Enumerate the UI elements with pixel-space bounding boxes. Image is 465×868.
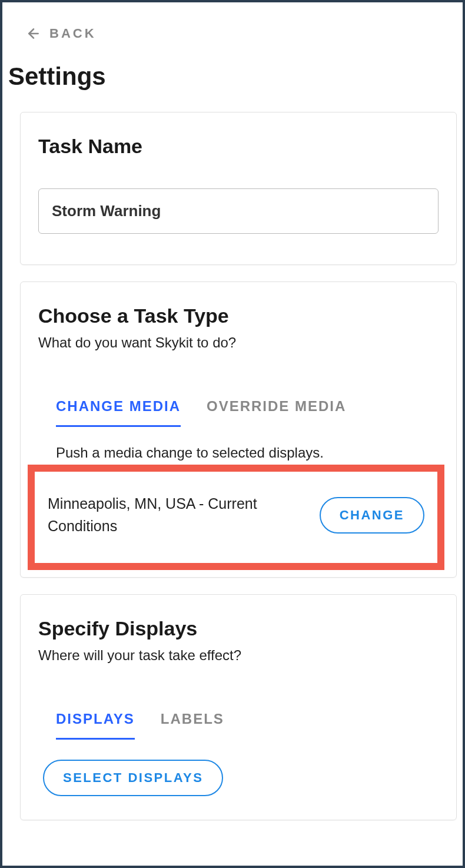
- selected-media-label: Minneapolis, MN, USA - Current Condition…: [48, 493, 308, 537]
- task-type-tabs: CHANGE MEDIA OVERRIDE MEDIA: [38, 398, 439, 427]
- tab-displays[interactable]: DISPLAYS: [56, 711, 135, 740]
- page-title: Settings: [2, 62, 463, 112]
- tab-override-media[interactable]: OVERRIDE MEDIA: [207, 398, 346, 427]
- task-type-card: Choose a Task Type What do you want Skyk…: [20, 281, 457, 578]
- task-type-description: Push a media change to selected displays…: [56, 445, 421, 461]
- task-type-subtitle: What do you want Skykit to do?: [38, 334, 439, 351]
- displays-title: Specify Displays: [38, 617, 439, 640]
- tab-labels[interactable]: LABELS: [161, 711, 224, 740]
- select-displays-wrapper: SELECT DISPLAYS: [38, 740, 439, 796]
- task-type-tab-content: Push a media change to selected displays…: [38, 427, 439, 461]
- task-type-title: Choose a Task Type: [38, 304, 439, 327]
- change-media-button[interactable]: CHANGE: [320, 497, 424, 534]
- selected-media-highlight: Minneapolis, MN, USA - Current Condition…: [28, 465, 444, 570]
- task-name-input[interactable]: [38, 188, 439, 234]
- displays-tabs: DISPLAYS LABELS: [38, 711, 439, 740]
- back-link[interactable]: BACK: [2, 26, 463, 62]
- select-displays-button[interactable]: SELECT DISPLAYS: [43, 760, 223, 796]
- back-label: BACK: [49, 26, 97, 41]
- task-name-title: Task Name: [38, 135, 439, 158]
- displays-subtitle: Where will your task take effect?: [38, 647, 439, 664]
- displays-card: Specify Displays Where will your task ta…: [20, 594, 457, 820]
- task-name-card: Task Name: [20, 112, 457, 265]
- arrow-left-icon: [26, 26, 41, 41]
- tab-change-media[interactable]: CHANGE MEDIA: [56, 398, 181, 427]
